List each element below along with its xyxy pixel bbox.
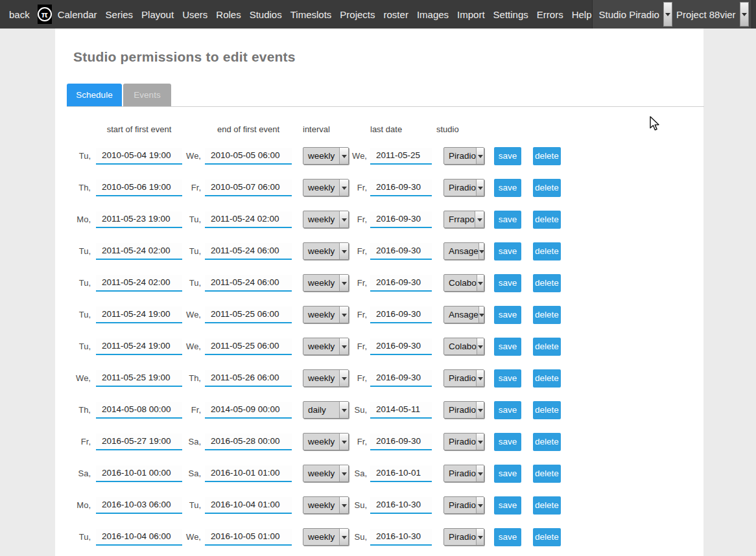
studio-select[interactable]: Piradio (443, 433, 484, 450)
last-date-input[interactable] (370, 402, 432, 419)
start-datetime-input[interactable] (96, 307, 182, 323)
studio-select[interactable]: Ansage (443, 306, 484, 323)
delete-button[interactable]: delete (533, 242, 561, 261)
end-datetime-input[interactable] (205, 370, 292, 387)
end-datetime-input[interactable] (205, 402, 292, 419)
end-datetime-input[interactable] (205, 307, 292, 323)
delete-button[interactable]: delete (533, 401, 561, 419)
delete-button[interactable]: delete (533, 147, 561, 165)
delete-button[interactable]: delete (533, 179, 561, 197)
start-datetime-input[interactable] (96, 338, 182, 355)
delete-button[interactable]: delete (533, 528, 561, 546)
save-button[interactable]: save (494, 338, 521, 356)
start-datetime-input[interactable] (96, 497, 182, 514)
save-button[interactable]: save (494, 179, 521, 197)
delete-button[interactable]: delete (533, 338, 561, 356)
interval-select[interactable]: weekly (303, 369, 349, 387)
interval-select[interactable]: weekly (303, 274, 349, 292)
end-datetime-input[interactable] (205, 465, 292, 482)
last-date-input[interactable] (370, 465, 432, 482)
nav-item-projects[interactable]: Projects (340, 9, 375, 20)
interval-select[interactable]: weekly (303, 147, 349, 165)
nav-item-errors[interactable]: Errors (537, 9, 563, 20)
end-datetime-input[interactable] (205, 529, 292, 546)
project-context-select[interactable]: Project 88vier (672, 2, 749, 27)
last-date-input[interactable] (370, 243, 432, 260)
interval-select[interactable]: weekly (303, 338, 349, 355)
nav-item-settings[interactable]: Settings (493, 9, 528, 20)
start-datetime-input[interactable] (96, 243, 182, 260)
end-datetime-input[interactable] (205, 243, 292, 260)
save-button[interactable]: save (494, 401, 521, 419)
end-datetime-input[interactable] (205, 434, 292, 450)
save-button[interactable]: save (494, 306, 521, 324)
app-logo[interactable]: π (38, 5, 52, 24)
end-datetime-input[interactable] (205, 497, 292, 514)
studio-select[interactable]: Piradio (443, 179, 484, 196)
save-button[interactable]: save (494, 369, 521, 388)
last-date-input[interactable] (370, 275, 432, 292)
nav-item-import[interactable]: Import (457, 9, 485, 20)
interval-select[interactable]: weekly (303, 306, 349, 323)
last-date-input[interactable] (370, 211, 432, 228)
save-button[interactable]: save (494, 211, 521, 229)
start-datetime-input[interactable] (96, 434, 182, 450)
start-datetime-input[interactable] (96, 211, 182, 228)
last-date-input[interactable] (370, 180, 432, 196)
tab-events[interactable]: Events (123, 84, 171, 106)
start-datetime-input[interactable] (96, 148, 182, 165)
studio-select[interactable]: Piradio (443, 401, 484, 419)
nav-item-roster[interactable]: roster (384, 9, 408, 20)
studio-select[interactable]: Piradio (443, 465, 484, 482)
interval-select[interactable]: weekly (303, 211, 349, 228)
start-datetime-input[interactable] (96, 370, 182, 387)
studio-select[interactable]: Piradio (443, 528, 484, 546)
studio-select[interactable]: Frrapo (443, 211, 484, 228)
nav-item-calendar[interactable]: Calendar (58, 9, 97, 20)
start-datetime-input[interactable] (96, 402, 182, 419)
interval-select[interactable]: weekly (303, 433, 349, 450)
studio-select[interactable]: Piradio (443, 496, 484, 514)
nav-item-playout[interactable]: Playout (141, 9, 174, 20)
save-button[interactable]: save (494, 242, 521, 261)
nav-item-users[interactable]: Users (182, 9, 207, 20)
delete-button[interactable]: delete (533, 496, 561, 515)
start-datetime-input[interactable] (96, 465, 182, 482)
save-button[interactable]: save (494, 465, 521, 483)
delete-button[interactable]: delete (533, 306, 561, 324)
studio-select[interactable]: Ansage (443, 242, 484, 260)
save-button[interactable]: save (494, 528, 521, 546)
start-datetime-input[interactable] (96, 180, 182, 196)
last-date-input[interactable] (370, 307, 432, 323)
last-date-input[interactable] (370, 497, 432, 514)
save-button[interactable]: save (494, 147, 521, 165)
save-button[interactable]: save (494, 496, 521, 515)
save-button[interactable]: save (494, 274, 521, 292)
interval-select[interactable]: weekly (303, 465, 349, 482)
nav-item-series[interactable]: Series (106, 9, 134, 20)
delete-button[interactable]: delete (533, 211, 561, 229)
end-datetime-input[interactable] (205, 338, 292, 355)
save-button[interactable]: save (494, 433, 521, 451)
interval-select[interactable]: weekly (303, 242, 349, 260)
nav-item-images[interactable]: Images (417, 9, 449, 20)
end-datetime-input[interactable] (205, 275, 292, 292)
studio-select[interactable]: Colabo (443, 338, 484, 355)
nav-item-timeslots[interactable]: Timeslots (290, 9, 332, 20)
last-date-input[interactable] (370, 148, 432, 165)
delete-button[interactable]: delete (533, 274, 561, 292)
studio-select[interactable]: Colabo (443, 274, 484, 292)
interval-select[interactable]: weekly (303, 496, 349, 514)
last-date-input[interactable] (370, 370, 432, 387)
nav-item-help[interactable]: Help (572, 9, 592, 20)
interval-select[interactable]: weekly (303, 528, 349, 546)
delete-button[interactable]: delete (533, 369, 561, 388)
nav-item-roles[interactable]: Roles (216, 9, 241, 20)
start-datetime-input[interactable] (96, 275, 182, 292)
tab-schedule[interactable]: Schedule (67, 84, 122, 106)
studio-select[interactable]: Piradio (443, 369, 484, 387)
interval-select[interactable]: weekly (303, 179, 349, 196)
delete-button[interactable]: delete (533, 465, 561, 483)
nav-item-studios[interactable]: Studios (250, 9, 282, 20)
last-date-input[interactable] (370, 338, 432, 355)
